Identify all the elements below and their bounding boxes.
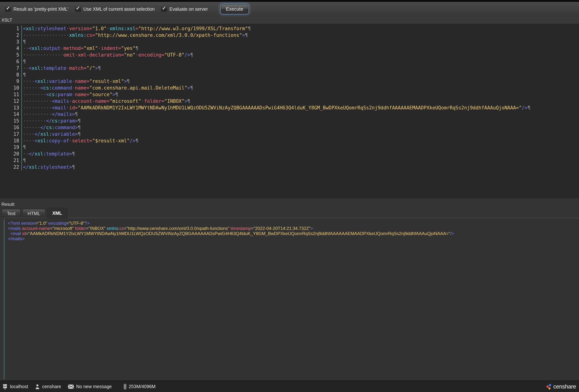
code-segment: "AAMkADRkNDM1Y2IxLWY1MWYtNDAwNy1hMDU1LWQ… xyxy=(28,231,450,236)
line-number: 4 xyxy=(0,45,21,52)
code-segment: > xyxy=(310,226,313,231)
code-segment: · xyxy=(72,85,75,91)
result-tabbar: Text HTML XML xyxy=(0,208,579,218)
code-segment: name= xyxy=(75,78,89,84)
status-bar: localhost censhare No new message 253M/4… xyxy=(0,381,579,392)
line-number: 20 xyxy=(0,151,21,157)
pretty-print-label: Result as 'pretty-print XML' xyxy=(13,6,69,12)
code-segment: ¶ xyxy=(78,118,81,124)
pretty-print-checkbox[interactable]: ✓ xyxy=(5,6,11,12)
status-server[interactable]: localhost xyxy=(2,384,28,390)
tab-xml[interactable]: XML xyxy=(47,208,67,218)
code-segment: account-name= xyxy=(72,98,110,104)
code-segment: ¶ xyxy=(245,32,248,38)
line-number: 14 xyxy=(0,111,21,118)
editor-line-code: <xsl:stylesheet·version="1.0"·xmlns:xsl=… xyxy=(21,25,251,32)
code-segment: ¶ xyxy=(136,46,139,51)
code-segment: = xyxy=(251,226,254,231)
code-segment: </ xyxy=(40,125,46,130)
code-segment: xsl: xyxy=(37,78,49,84)
code-segment: version= xyxy=(69,26,92,31)
code-segment: > xyxy=(185,98,187,104)
use-xml-checkbox[interactable]: ✓ xyxy=(75,6,81,12)
code-segment: "result-xml" xyxy=(89,78,124,84)
code-segment: "no" xyxy=(124,52,136,58)
editor-line: 8¶ xyxy=(0,72,579,78)
editor-line: 1<xsl:stylesheet·version="1.0"·xmlns:xsl… xyxy=(0,25,579,32)
result-line: </mails> xyxy=(8,236,579,241)
editor-line-code: ··<xsl:output·method="xml"·indent="yes"¶ xyxy=(21,45,138,52)
code-segment: cs= xyxy=(86,32,95,38)
code-segment: > xyxy=(187,85,190,91)
xslt-section-header: XSLT xyxy=(0,16,579,24)
code-segment: ?> xyxy=(84,221,89,226)
code-segment: id xyxy=(22,231,26,236)
code-segment: "yes" xyxy=(121,46,135,51)
result-panel[interactable]: <?xml version="1.0" encoding="UTF-8"?><m… xyxy=(2,218,579,381)
code-segment: indent= xyxy=(101,46,121,51)
line-number: 13 xyxy=(0,105,21,111)
code-segment: · xyxy=(66,105,69,111)
censhare-logo: censhare xyxy=(546,383,576,390)
editor-line-code: ······</cs:command>¶ xyxy=(21,124,81,131)
code-segment: < xyxy=(40,85,43,91)
code-segment: ·········· xyxy=(23,98,52,104)
editor-line: 18····<xsl:copy-of·select="$result-xml"/… xyxy=(0,138,579,144)
editor-line-code: ····<xsl:copy-of·select="$result-xml"/>¶ xyxy=(21,138,138,144)
execute-button[interactable]: Execute xyxy=(221,4,248,14)
code-segment: "1.0" xyxy=(38,221,47,226)
code-segment: template> xyxy=(46,151,72,157)
line-number: 8 xyxy=(0,72,21,78)
code-segment: > xyxy=(95,65,98,71)
code-segment: "UTF-8" xyxy=(164,52,185,58)
xslt-editor[interactable]: 1<xsl:stylesheet·version="1.0"·xmlns:xsl… xyxy=(0,24,579,198)
code-segment: /> xyxy=(185,52,190,58)
checkbox-group-pretty-print[interactable]: ✓ Result as 'pretty-print XML' xyxy=(5,6,69,12)
editor-line-code: ¶ xyxy=(21,72,26,78)
tab-html[interactable]: HTML xyxy=(22,209,45,218)
status-user[interactable]: censhare xyxy=(35,384,61,390)
code-segment: xmlns xyxy=(107,226,118,231)
code-segment: "/" xyxy=(86,65,95,71)
editor-line: 17····</xsl:variable>¶ xyxy=(0,131,579,138)
code-segment: · xyxy=(72,78,75,84)
code-segment: ¶ xyxy=(187,98,190,104)
code-segment: id= xyxy=(69,105,78,111)
editor-line: 21¶ xyxy=(0,157,579,164)
code-segment: ······ xyxy=(23,125,40,130)
line-number: 12 xyxy=(0,98,21,105)
editor-line-code: ··········<mail·id="AAMkADRkNDM1Y2IxLWY1… xyxy=(21,105,530,111)
code-segment: "$result-xml" xyxy=(92,138,130,144)
checkbox-group-use-xml[interactable]: ✓ Use XML of current asset selection xyxy=(75,6,155,12)
tab-text[interactable]: Text xyxy=(2,209,21,218)
editor-line: 2················xmlns:cs="http://www.ce… xyxy=(0,32,579,39)
status-server-label: localhost xyxy=(10,384,28,389)
code-segment: < xyxy=(35,138,38,144)
editor-line: 10······<cs:command·name="com.censhare.a… xyxy=(0,85,579,91)
code-segment: output xyxy=(43,46,61,51)
editor-line-code: ········<cs:param·name="source">¶ xyxy=(21,91,118,98)
code-segment: select= xyxy=(72,138,92,144)
editor-line-code: ··<xsl:template·match="/">¶ xyxy=(21,65,101,72)
checkmark-icon: ✓ xyxy=(76,5,80,11)
code-segment: ¶ xyxy=(136,138,139,144)
code-segment: <mails xyxy=(8,226,21,231)
code-segment: variable> xyxy=(52,131,78,137)
result-accent-line xyxy=(4,219,4,380)
editor-line-code: ¶ xyxy=(21,39,26,45)
checkbox-group-evaluate-server[interactable]: ✓ Evaluate on server xyxy=(161,6,208,12)
editor-line: 22</xsl:stylesheet>¶ xyxy=(0,164,579,170)
evaluate-server-checkbox[interactable]: ✓ xyxy=(161,6,167,12)
code-segment: xmlns: xyxy=(69,32,86,38)
code-segment: account-name xyxy=(22,226,50,231)
editor-line-code: ¶ xyxy=(21,144,26,151)
code-segment: < xyxy=(35,78,38,84)
code-segment: cs: xyxy=(46,125,55,130)
use-xml-label: Use XML of current asset selection xyxy=(83,6,155,12)
code-segment: cs: xyxy=(43,85,52,91)
status-message[interactable]: No new message xyxy=(68,384,112,389)
user-icon xyxy=(35,384,40,390)
status-memory[interactable]: 253M/4096M xyxy=(124,384,156,390)
line-number: 11 xyxy=(0,91,21,98)
code-segment: omit-xml-declaration= xyxy=(63,52,124,58)
